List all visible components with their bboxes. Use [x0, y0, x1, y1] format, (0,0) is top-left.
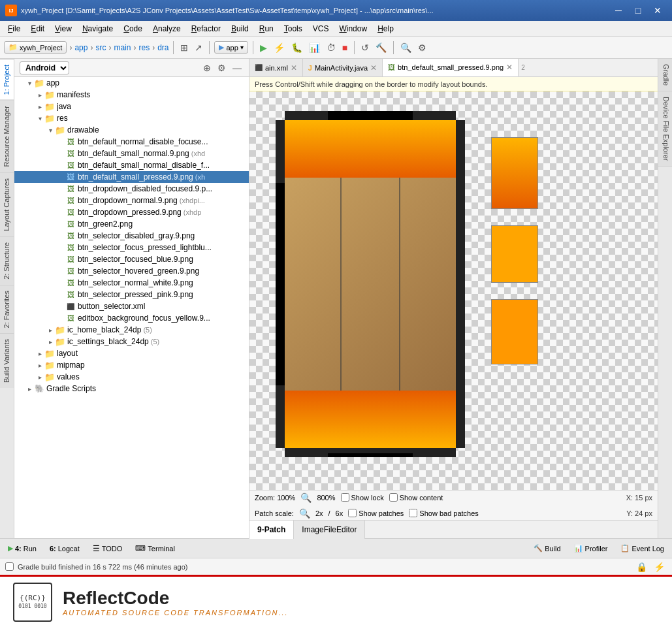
menu-help[interactable]: Help [372, 23, 399, 35]
tab-9patch[interactable]: 9-Patch [249, 521, 294, 539]
menu-refactor[interactable]: Refactor [186, 23, 226, 35]
tab-ainxml-close[interactable]: ✕ [291, 63, 297, 72]
menu-analyze[interactable]: Analyze [148, 23, 186, 35]
tree-item-btn13[interactable]: 🖼 btn_selector_normal_white.9.png [14, 277, 249, 289]
tree-item-gradle[interactable]: ▸ 🐘 Gradle Scripts [14, 383, 249, 394]
search-everywhere-btn[interactable]: 🔍 [398, 42, 413, 54]
tree-item-btn15[interactable]: ⬛ button_selector.xml [14, 300, 249, 312]
tree-item-btn9[interactable]: 🖼 btn_selector_disabled_gray.9.png [14, 230, 249, 242]
minimize-button[interactable]: ─ [609, 4, 628, 17]
tree-item-java[interactable]: ▸ 📁 java [14, 101, 249, 112]
show-lock-label[interactable]: Show lock [341, 493, 384, 502]
gradle-btn[interactable]: 🔨 [374, 42, 389, 54]
android-dropdown[interactable]: Android Project [20, 61, 69, 74]
breadcrumb-main[interactable]: main [114, 43, 131, 52]
tree-item-ic-settings[interactable]: ▸ 📁 ic_settings_black_24dp (5) [14, 336, 249, 347]
tool-tab-logcat[interactable]: 6: Logcat [44, 543, 85, 555]
menu-window[interactable]: Window [334, 23, 372, 35]
run-btn[interactable]: ▶ [258, 42, 269, 54]
menu-edit[interactable]: Edit [25, 23, 50, 35]
menu-navigate[interactable]: Navigate [77, 23, 118, 35]
sync-btn[interactable]: ↺ [359, 42, 371, 54]
status-checkbox[interactable] [5, 562, 14, 571]
tree-item-btn16[interactable]: 🖼 editbox_background_focus_yellow.9... [14, 312, 249, 324]
tree-item-values[interactable]: ▸ 📁 values [14, 371, 249, 383]
menu-build[interactable]: Build [226, 23, 254, 35]
show-patches-checkbox[interactable] [348, 509, 357, 517]
sidebar-tab-resource-manager[interactable]: Resource Manager [0, 100, 14, 172]
tool-tab-todo[interactable]: ☰ TODO [88, 542, 128, 555]
tool-tab-terminal[interactable]: ⌨ Terminal [130, 542, 180, 555]
tab-ainxml[interactable]: ⬛ ain.xml ✕ [249, 59, 303, 77]
tab-mainactivity[interactable]: J MainActivity.java ✕ [303, 59, 383, 77]
tree-item-btn4-selected[interactable]: 🖼 btn_default_small_pressed.9.png (xh [14, 171, 249, 183]
tree-item-btn6[interactable]: 🖼 btn_dropdown_normal.9.png (xhdpi... [14, 195, 249, 206]
sidebar-tab-project[interactable]: 1: Project [0, 59, 14, 100]
layout-icon[interactable]: ⊞ [178, 42, 190, 54]
breadcrumb-app[interactable]: app [74, 43, 88, 52]
tree-item-btn5[interactable]: 🖼 btn_dropdown_disabled_focused.9.p... [14, 183, 249, 195]
tree-item-manifests[interactable]: ▸ 📁 manifests [14, 89, 249, 101]
project-name-btn[interactable]: 📁 xywh_Project [4, 41, 67, 54]
sidebar-tab-structure[interactable]: 2: Structure [0, 236, 14, 285]
tool-tab-profiler[interactable]: 📊 Profiler [569, 542, 613, 555]
tool-tab-build[interactable]: 🔨 Build [528, 542, 566, 555]
tree-item-ic-home[interactable]: ▸ 📁 ic_home_black_24dp (5) [14, 324, 249, 336]
tab-imagefileeditor[interactable]: ImageFileEditor [294, 521, 365, 539]
sidebar-tab-gradle[interactable]: Gradle [658, 59, 673, 91]
cursor-icon[interactable]: ↗ [193, 42, 204, 54]
menu-vcs[interactable]: VCS [308, 23, 334, 35]
tree-item-btn7[interactable]: 🖼 btn_dropdown_pressed.9.png (xhdp [14, 206, 249, 218]
sidebar-tab-layout-captures[interactable]: Layout Captures [0, 172, 14, 236]
tree-item-btn11[interactable]: 🖼 btn_selector_focused_blue.9.png [14, 253, 249, 265]
coverage-btn[interactable]: 📊 [307, 42, 322, 54]
menu-file[interactable]: File [3, 23, 25, 35]
panel-target-icon[interactable]: ⊕ [201, 62, 213, 74]
status-power-icon[interactable]: ⚡ [652, 561, 667, 573]
status-lock-icon[interactable]: 🔒 [634, 561, 649, 573]
panel-settings-icon[interactable]: ⚙ [216, 62, 228, 74]
tab-mainactivity-close[interactable]: ✕ [370, 63, 377, 72]
tree-item-btn3[interactable]: 🖼 btn_default_small_normal_disable_f... [14, 159, 249, 171]
menu-code[interactable]: Code [118, 23, 148, 35]
show-bad-patches-label[interactable]: Show bad patches [409, 509, 479, 517]
tree-item-btn2[interactable]: 🖼 btn_default_small_normal.9.png (xhd [14, 148, 249, 159]
settings-btn[interactable]: ⚙ [416, 42, 428, 54]
tree-item-mipmap[interactable]: ▸ 📁 mipmap [14, 359, 249, 371]
breadcrumb-res[interactable]: res [138, 43, 150, 52]
show-lock-checkbox[interactable] [341, 493, 349, 502]
tree-item-btn14[interactable]: 🖼 btn_selector_pressed_pink.9.png [14, 289, 249, 300]
tab-ninepatch-close[interactable]: ✕ [506, 63, 513, 72]
tab-ninepatch[interactable]: 🖼 btn_default_small_pressed.9.png ✕ [383, 59, 519, 77]
app-config-btn[interactable]: ▶ app ▾ [214, 41, 248, 54]
sidebar-tab-device-explorer[interactable]: Device File Explorer [658, 91, 673, 167]
attach-btn[interactable]: 🐛 [289, 42, 304, 54]
panel-minimize-icon[interactable]: — [231, 62, 244, 74]
tree-item-btn10[interactable]: 🖼 btn_selector_focus_pressed_lightblu... [14, 242, 249, 253]
breadcrumb-src[interactable]: src [95, 43, 106, 52]
sidebar-tab-favorites[interactable]: 2: Favorites [0, 285, 14, 333]
profile-btn[interactable]: ⏱ [325, 42, 338, 54]
maximize-button[interactable]: □ [629, 4, 647, 17]
stop-btn[interactable]: ■ [340, 42, 349, 54]
menu-run[interactable]: Run [254, 23, 279, 35]
debug-btn[interactable]: ⚡ [272, 42, 287, 54]
show-bad-patches-checkbox[interactable] [409, 509, 417, 517]
tree-item-app[interactable]: ▾ 📁 app [14, 77, 249, 89]
menu-tools[interactable]: Tools [279, 23, 308, 35]
show-content-checkbox[interactable] [389, 493, 398, 502]
tree-item-drawable[interactable]: ▾ 📁 drawable [14, 124, 249, 136]
close-button[interactable]: ✕ [648, 4, 667, 17]
tool-tab-eventlog[interactable]: 📋 Event Log [615, 542, 669, 555]
tree-item-btn12[interactable]: 🖼 btn_selector_hovered_green.9.png [14, 265, 249, 277]
tool-tab-run[interactable]: ▶ 4: Run [3, 542, 42, 555]
tree-item-btn1[interactable]: 🖼 btn_default_normal_disable_focuse... [14, 136, 249, 148]
sidebar-tab-build-variants[interactable]: Build Variants [0, 333, 14, 388]
tree-item-layout[interactable]: ▸ 📁 layout [14, 347, 249, 359]
main-patch-area[interactable] [276, 111, 465, 457]
show-content-label[interactable]: Show content [389, 493, 443, 502]
tree-item-btn8[interactable]: 🖼 btn_green2.png [14, 218, 249, 230]
tree-item-res[interactable]: ▾ 📁 res [14, 112, 249, 124]
menu-view[interactable]: View [50, 23, 77, 35]
breadcrumb-dra[interactable]: dra [157, 43, 168, 52]
